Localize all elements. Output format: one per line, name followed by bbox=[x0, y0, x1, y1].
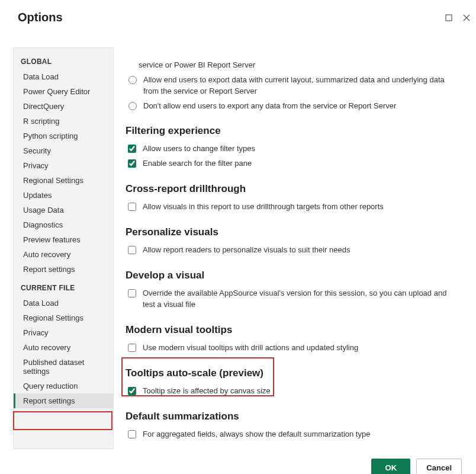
tooltips-autoscale-label: Tooltip size is affected by canvas size bbox=[143, 386, 271, 397]
filtering-allow-change-label: Allow users to change filter types bbox=[143, 143, 255, 155]
tooltips-autoscale-opt[interactable]: Tooltip size is affected by canvas size bbox=[126, 384, 449, 399]
sidebar-item-diagnostics[interactable]: Diagnostics bbox=[14, 217, 113, 232]
section-tooltips-autoscale-wrap: Tooltips auto-scale (preview) Tooltip si… bbox=[126, 367, 449, 399]
tooltips-autoscale-checkbox[interactable] bbox=[128, 387, 136, 395]
sidebar-head-current-file: CURRENT FILE bbox=[14, 277, 113, 296]
cancel-button[interactable]: Cancel bbox=[416, 459, 462, 474]
options-scroll-area[interactable]: service or Power BI Report Server Allow … bbox=[126, 47, 451, 449]
filtering-enable-search-label: Enable search for the filter pane bbox=[143, 158, 252, 169]
sidebar-item-current-data-load[interactable]: Data Load bbox=[14, 296, 113, 310]
sidebar-item-published-dataset-settings[interactable]: Published dataset settings bbox=[14, 355, 113, 379]
export-option-full[interactable]: Allow end users to export data with curr… bbox=[126, 73, 449, 99]
offscreen-spacer bbox=[126, 47, 449, 60]
sidebar-item-regional-global[interactable]: Regional Settings bbox=[14, 173, 113, 188]
ok-button[interactable]: OK bbox=[371, 459, 410, 474]
sidebar-item-directquery[interactable]: DirectQuery bbox=[14, 99, 113, 114]
sidebar-item-current-regional[interactable]: Regional Settings bbox=[14, 310, 113, 325]
export-option-trail: service or Power BI Report Server bbox=[139, 60, 449, 73]
default-sum-checkbox[interactable] bbox=[128, 430, 136, 438]
modern-tooltips-use[interactable]: Use modern visual tooltips with drill ac… bbox=[126, 341, 449, 356]
close-button[interactable] bbox=[462, 13, 471, 23]
crossreport-allow[interactable]: Allow visuals in this report to use dril… bbox=[126, 200, 449, 214]
section-modern-tooltips-title: Modern visual tooltips bbox=[126, 324, 449, 336]
dialog-body: GLOBAL Data Load Power Query Editor Dire… bbox=[13, 47, 463, 449]
sidebar-item-power-query-editor[interactable]: Power Query Editor bbox=[14, 84, 113, 99]
sidebar-item-report-settings-global[interactable]: Report settings bbox=[14, 262, 113, 277]
personalize-allow-label: Allow report readers to personalize visu… bbox=[143, 245, 350, 256]
sidebar-head-global: GLOBAL bbox=[14, 50, 113, 69]
sidebar-item-current-auto-recovery[interactable]: Auto recovery bbox=[14, 340, 113, 355]
options-dialog: Options GLOBAL Data Load Power Query Edi… bbox=[0, 11, 476, 474]
sidebar-item-updates[interactable]: Updates bbox=[14, 188, 113, 203]
options-sidebar: GLOBAL Data Load Power Query Editor Dire… bbox=[13, 47, 114, 449]
maximize-button[interactable] bbox=[444, 13, 454, 23]
modern-tooltips-label: Use modern visual tooltips with drill ac… bbox=[143, 342, 358, 354]
section-personalize-title: Personalize visuals bbox=[126, 226, 449, 238]
sidebar-item-current-privacy[interactable]: Privacy bbox=[14, 325, 113, 340]
export-radio-full[interactable] bbox=[128, 76, 137, 84]
crossreport-allow-label: Allow visuals in this report to use dril… bbox=[143, 201, 384, 213]
sidebar-item-r-scripting[interactable]: R scripting bbox=[14, 114, 113, 129]
sidebar-item-usage-data[interactable]: Usage Data bbox=[14, 203, 113, 217]
sidebar-item-current-report-settings[interactable]: Report settings bbox=[14, 393, 113, 408]
sidebar-item-auto-recovery-global[interactable]: Auto recovery bbox=[14, 247, 113, 262]
sidebar-item-query-reduction[interactable]: Query reduction bbox=[14, 379, 113, 393]
crossreport-allow-checkbox[interactable] bbox=[128, 203, 136, 211]
develop-override[interactable]: Override the available AppSource visual'… bbox=[126, 286, 449, 312]
export-option-none[interactable]: Don't allow end users to export any data… bbox=[126, 99, 449, 114]
sidebar-item-preview-features[interactable]: Preview features bbox=[14, 232, 113, 247]
section-filtering-title: Filtering experience bbox=[126, 125, 449, 137]
sidebar-item-global-data-load[interactable]: Data Load bbox=[14, 69, 113, 84]
filtering-enable-search[interactable]: Enable search for the filter pane bbox=[126, 156, 449, 171]
sidebar-item-privacy-global[interactable]: Privacy bbox=[14, 158, 113, 173]
export-radio-none[interactable] bbox=[128, 102, 137, 110]
section-tooltips-autoscale-title: Tooltips auto-scale (preview) bbox=[126, 367, 449, 379]
sidebar-item-security[interactable]: Security bbox=[14, 143, 113, 158]
window-controls bbox=[439, 11, 476, 25]
filtering-allow-change-checkbox[interactable] bbox=[128, 145, 136, 153]
export-radio-none-label: Don't allow end users to export any data… bbox=[143, 101, 396, 112]
modern-tooltips-checkbox[interactable] bbox=[128, 344, 136, 352]
dialog-title: Options bbox=[18, 11, 476, 24]
personalize-allow-checkbox[interactable] bbox=[128, 246, 136, 254]
export-radio-full-label: Allow end users to export data with curr… bbox=[143, 75, 449, 97]
develop-override-checkbox[interactable] bbox=[128, 289, 136, 297]
default-sum-opt[interactable]: For aggregated fields, always show the d… bbox=[126, 427, 449, 442]
section-crossreport-title: Cross-report drillthrough bbox=[126, 183, 449, 195]
develop-override-label: Override the available AppSource visual'… bbox=[143, 288, 449, 310]
dialog-footer: OK Cancel bbox=[371, 459, 462, 474]
default-sum-label: For aggregated fields, always show the d… bbox=[143, 429, 370, 440]
filtering-allow-change[interactable]: Allow users to change filter types bbox=[126, 142, 449, 156]
svg-rect-0 bbox=[446, 15, 452, 21]
section-develop-title: Develop a visual bbox=[126, 270, 449, 281]
content-wrap: service or Power BI Report Server Allow … bbox=[117, 47, 463, 449]
personalize-allow[interactable]: Allow report readers to personalize visu… bbox=[126, 243, 449, 258]
sidebar-item-python-scripting[interactable]: Python scripting bbox=[14, 129, 113, 143]
section-default-sum-title: Default summarizations bbox=[126, 411, 449, 422]
filtering-enable-search-checkbox[interactable] bbox=[128, 159, 136, 168]
